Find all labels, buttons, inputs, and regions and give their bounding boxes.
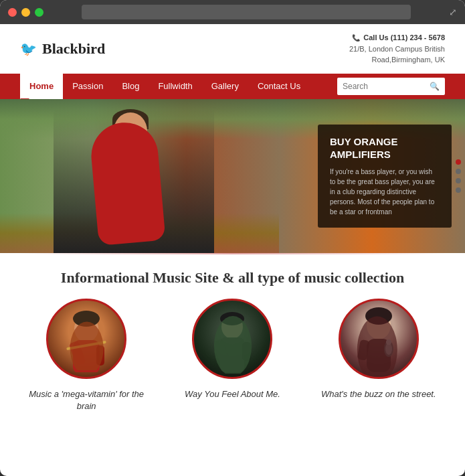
nav-wrapper: Home Passion Blog Fullwidth Gallery Cont… xyxy=(0,74,465,99)
hero-person xyxy=(54,109,214,253)
performer-svg xyxy=(205,305,259,372)
call-label: Call Us (111) 234 - 5678 xyxy=(363,33,445,42)
fullscreen-icon[interactable]: ⤢ xyxy=(449,7,457,17)
maximize-button[interactable] xyxy=(35,8,43,17)
hero-dot-2[interactable] xyxy=(456,169,461,174)
svg-rect-5 xyxy=(66,340,106,349)
section-title: Informational Music Site & all type of m… xyxy=(20,269,445,287)
nav-search-box[interactable]: 🔍 xyxy=(337,78,445,95)
card-violin-image[interactable] xyxy=(46,299,126,379)
svg-rect-2 xyxy=(73,340,100,372)
section-title-area: Informational Music Site & all type of m… xyxy=(0,254,465,299)
violin-player-svg xyxy=(60,305,113,372)
hero-dot-1[interactable] xyxy=(456,159,461,165)
address-line2: Road,Birmingham, UK xyxy=(349,54,445,66)
hero-box-title: BUY ORANGE AMPLIFIERS xyxy=(330,135,440,161)
svg-point-14 xyxy=(384,341,393,357)
website-content: 🐦 Blackbird 📞 Call Us (111) 234 - 5678 2… xyxy=(0,24,465,432)
section-divider xyxy=(20,253,445,254)
card-performer-image[interactable] xyxy=(192,299,272,379)
search-input[interactable] xyxy=(343,82,430,91)
card-violin-label: Music a 'mega-vitamin' for the brain xyxy=(26,388,147,412)
svg-point-1 xyxy=(73,311,100,327)
hero-info-box: BUY ORANGE AMPLIFIERS If you're a bass p… xyxy=(318,125,452,228)
woman-svg xyxy=(352,305,405,372)
svg-point-7 xyxy=(220,312,244,325)
svg-point-12 xyxy=(365,307,392,325)
hero-box-text: If you're a bass player, or you wish to … xyxy=(330,167,440,217)
nav-item-home[interactable]: Home xyxy=(20,74,63,99)
phone-icon: 📞 xyxy=(352,34,360,42)
nav-item-fullwidth[interactable]: Fullwidth xyxy=(149,74,201,99)
hero-dot-3[interactable] xyxy=(456,178,461,183)
contact-info: 📞 Call Us (111) 234 - 5678 21/B, London … xyxy=(349,32,445,66)
browser-titlebar: ⤢ xyxy=(0,0,465,24)
card-performer-label: Way You Feel About Me. xyxy=(185,388,280,400)
svg-point-15 xyxy=(385,343,392,355)
nav-item-gallery[interactable]: Gallery xyxy=(202,74,248,99)
minimize-button[interactable] xyxy=(21,8,30,17)
nav-item-blog[interactable]: Blog xyxy=(112,74,149,99)
hero-person-body-top xyxy=(88,119,165,245)
search-icon: 🔍 xyxy=(430,82,440,91)
card-woman-label: What's the buzz on the street. xyxy=(321,388,436,400)
close-button[interactable] xyxy=(8,8,17,17)
cards-row: Music a 'mega-vitamin' for the brain Way… xyxy=(0,299,465,432)
svg-rect-4 xyxy=(96,345,104,366)
address-bar[interactable] xyxy=(82,5,411,19)
svg-rect-10 xyxy=(242,342,251,361)
hero-dots xyxy=(456,159,461,193)
svg-rect-8 xyxy=(220,337,244,372)
browser-window: ⤢ 🐦 Blackbird 📞 Call Us (111) 234 - 5678… xyxy=(0,0,465,476)
card-woman-image[interactable] xyxy=(339,299,419,379)
card-performer: Way You Feel About Me. xyxy=(172,299,292,412)
hero-section: BUY ORANGE AMPLIFIERS If you're a bass p… xyxy=(0,99,465,253)
address-line1: 21/B, London Campus British xyxy=(349,44,445,55)
site-nav: Home Passion Blog Fullwidth Gallery Cont… xyxy=(0,74,465,99)
site-header: 🐦 Blackbird 📞 Call Us (111) 234 - 5678 2… xyxy=(0,24,465,74)
svg-rect-9 xyxy=(214,339,229,362)
nav-items: Home Passion Blog Fullwidth Gallery Cont… xyxy=(20,74,337,99)
card-woman: What's the buzz on the street. xyxy=(318,299,439,412)
logo-bird-icon: 🐦 xyxy=(20,41,37,57)
svg-rect-13 xyxy=(367,339,391,372)
svg-point-16 xyxy=(386,339,391,345)
nav-item-contact[interactable]: Contact Us xyxy=(248,74,310,99)
phone-number: 📞 Call Us (111) 234 - 5678 xyxy=(349,32,445,44)
nav-item-passion[interactable]: Passion xyxy=(63,74,112,99)
hero-dot-4[interactable] xyxy=(456,187,461,193)
site-logo-text: Blackbird xyxy=(42,40,105,58)
logo-area: 🐦 Blackbird xyxy=(20,40,105,58)
svg-rect-3 xyxy=(69,340,86,366)
svg-rect-17 xyxy=(357,339,370,360)
card-violin: Music a 'mega-vitamin' for the brain xyxy=(26,299,147,412)
